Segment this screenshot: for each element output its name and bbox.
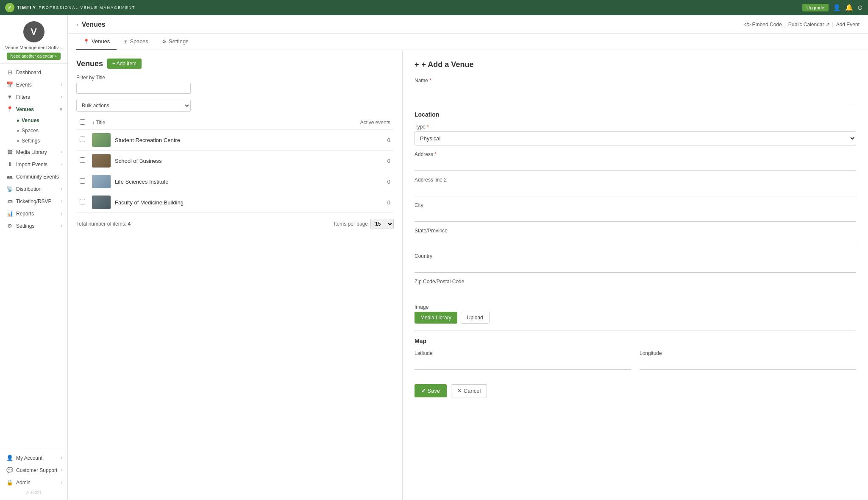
- table-row: Life Sciences Institute 0: [76, 171, 394, 192]
- upload-button[interactable]: Upload: [461, 312, 490, 324]
- sidebar-item-filters[interactable]: ▼Filters ›: [0, 91, 67, 103]
- separator: |: [832, 22, 834, 28]
- separator: |: [785, 22, 786, 28]
- sidebar-item-my-account[interactable]: 👤My Account ›: [0, 452, 67, 464]
- state-label: State/Province: [415, 228, 856, 234]
- country-input[interactable]: [415, 261, 856, 273]
- venue-name: Life Sciences Institute: [115, 179, 168, 185]
- tab-venues[interactable]: 📍 Venues: [76, 34, 117, 50]
- sidebar-item-label: Settings: [16, 223, 34, 229]
- account-icon: 👤: [6, 455, 13, 461]
- sidebar-item-dashboard[interactable]: ⊞Dashboard: [0, 66, 67, 78]
- state-field: State/Province: [415, 228, 856, 247]
- tab-label: Spaces: [130, 38, 148, 45]
- upgrade-button[interactable]: Upgrade: [802, 4, 829, 11]
- per-page-select[interactable]: 15 25 50 100: [370, 219, 394, 229]
- sidebar: V Venue Management Softv... Need another…: [0, 15, 68, 500]
- sidebar-item-reports[interactable]: 📊Reports ›: [0, 207, 67, 220]
- items-per-page: Items per page 15 25 50 100: [334, 219, 394, 229]
- save-button[interactable]: ✔ Save: [415, 384, 447, 397]
- row-checkbox[interactable]: [80, 178, 85, 184]
- sidebar-item-events[interactable]: 📅Events ›: [0, 78, 67, 91]
- sidebar-item-import-events[interactable]: ⬇Import Events ›: [0, 158, 67, 170]
- public-calendar-link[interactable]: Public Calendar ↗: [788, 22, 830, 28]
- address-input[interactable]: [415, 159, 856, 171]
- select-all-checkbox[interactable]: [80, 119, 85, 125]
- table-row: School of Business 0: [76, 151, 394, 171]
- bulk-actions-row: Bulk actions Delete selected: [76, 100, 394, 112]
- embed-code-link[interactable]: </> Embed Code: [743, 22, 782, 28]
- user-icon[interactable]: 👤: [833, 4, 841, 11]
- version-label: v1.0.221: [0, 489, 67, 497]
- venue-thumbnail: [92, 133, 111, 147]
- sidebar-item-community-events[interactable]: 🏘Community Events: [0, 170, 67, 183]
- tab-settings[interactable]: ⚙ Settings: [155, 34, 195, 50]
- topbar-right: Upgrade 👤 🔔 ⊙: [802, 4, 863, 11]
- distribution-icon: 📡: [6, 186, 13, 192]
- sidebar-item-venues-venues[interactable]: Venues: [12, 115, 67, 126]
- total-items: Total number of items: 4: [76, 221, 131, 227]
- address2-input[interactable]: [415, 184, 856, 196]
- form-actions: ✔ Save ✕ Cancel: [415, 384, 856, 397]
- sidebar-item-customer-support[interactable]: 💬Customer Support ›: [0, 464, 67, 476]
- tab-spaces[interactable]: ⊞ Spaces: [117, 34, 155, 50]
- bell-icon[interactable]: 🔔: [845, 4, 853, 11]
- filter-input[interactable]: [76, 83, 191, 94]
- settings-tab-icon: ⚙: [162, 39, 167, 45]
- sidebar-item-settings[interactable]: ⚙Settings ›: [0, 220, 67, 232]
- tab-label: Settings: [169, 38, 189, 45]
- need-calendar-button[interactable]: Need another calendar +: [7, 53, 60, 60]
- latitude-input[interactable]: [415, 358, 631, 370]
- map-coords-row: Latitude Longitude: [415, 350, 856, 376]
- chevron-right-icon: ›: [61, 211, 62, 216]
- address2-label: Address line 2: [415, 177, 856, 183]
- sidebar-item-venues[interactable]: 📍Venues ∨: [0, 103, 67, 115]
- sidebar-item-admin[interactable]: 🔒Admin ›: [0, 476, 67, 489]
- media-library-button[interactable]: Media Library: [415, 312, 457, 324]
- settings-icon: ⚙: [6, 223, 13, 229]
- longitude-field: Longitude: [640, 350, 856, 370]
- row-checkbox[interactable]: [80, 137, 85, 142]
- sidebar-item-ticketing[interactable]: 🎟Ticketing/RSVP ›: [0, 195, 67, 207]
- sidebar-item-label: Distribution: [16, 186, 42, 192]
- sidebar-item-venues-spaces[interactable]: Spaces: [12, 126, 67, 136]
- row-checkbox[interactable]: [80, 157, 85, 163]
- name-field: Name *: [415, 78, 856, 97]
- bulk-actions-select[interactable]: Bulk actions Delete selected: [76, 100, 191, 112]
- address-field: Address *: [415, 151, 856, 171]
- type-select[interactable]: Physical Virtual Hybrid: [415, 131, 856, 145]
- col-title[interactable]: ↓ Title: [89, 116, 310, 130]
- sidebar-item-label: Import Events: [16, 162, 47, 168]
- table-footer: Total number of items: 4 Items per page …: [76, 219, 394, 229]
- zip-field: Zip Code/Postal Code: [415, 279, 856, 298]
- longitude-input[interactable]: [640, 358, 856, 370]
- state-input[interactable]: [415, 235, 856, 247]
- active-events-count: 0: [310, 171, 394, 192]
- back-button[interactable]: ‹: [76, 21, 78, 28]
- avatar-icon[interactable]: ⊙: [857, 4, 863, 11]
- sidebar-item-venues-settings[interactable]: Settings: [12, 136, 67, 146]
- zip-input[interactable]: [415, 286, 856, 298]
- longitude-label: Longitude: [640, 350, 856, 356]
- media-icon: 🖼: [6, 149, 13, 155]
- dot-icon: [17, 120, 19, 122]
- sidebar-sub-label: Venues: [22, 117, 39, 123]
- sidebar-item-media-library[interactable]: 🖼Media Library ›: [0, 146, 67, 158]
- row-checkbox[interactable]: [80, 199, 85, 204]
- divider: [415, 104, 856, 104]
- venues-icon: 📍: [6, 106, 13, 112]
- city-input[interactable]: [415, 210, 856, 222]
- code-icon: </>: [743, 22, 751, 28]
- sidebar-item-label: Ticketing/RSVP: [16, 198, 52, 204]
- add-event-button[interactable]: Add Event: [836, 22, 860, 28]
- sidebar-nav: ⊞Dashboard 📅Events › ▼Filters › 📍Venues …: [0, 64, 67, 448]
- dot-icon: [17, 130, 19, 132]
- cancel-button[interactable]: ✕ Cancel: [451, 384, 487, 397]
- sidebar-item-distribution[interactable]: 📡Distribution ›: [0, 183, 67, 195]
- address-label: Address *: [415, 151, 856, 157]
- add-item-button[interactable]: + Add item: [107, 59, 142, 69]
- name-input[interactable]: [415, 85, 856, 97]
- sidebar-item-label: Reports: [16, 211, 34, 217]
- chevron-right-icon: ›: [61, 162, 62, 167]
- active-events-count: 0: [310, 151, 394, 171]
